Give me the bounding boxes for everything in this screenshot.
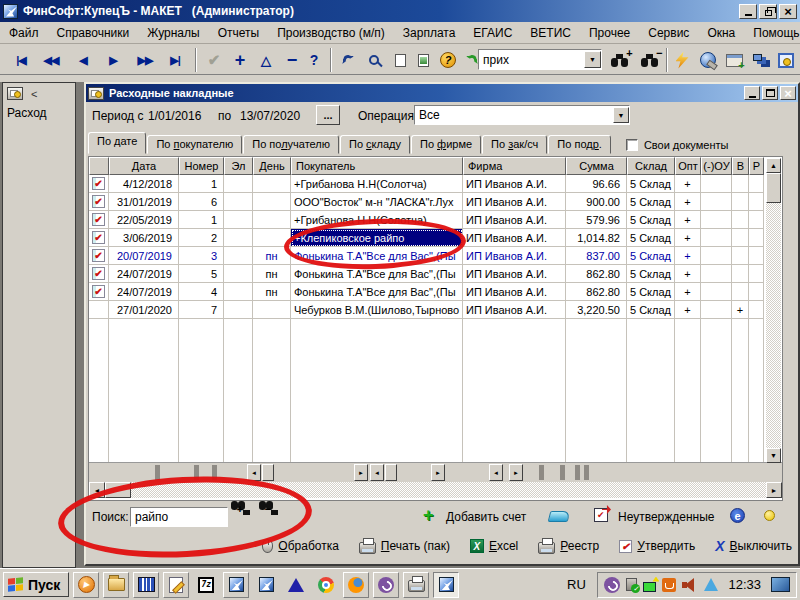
cell-r[interactable] (749, 193, 764, 211)
folder-icon[interactable] (103, 572, 129, 598)
restore-button[interactable] (759, 4, 777, 19)
cell-ou[interactable] (701, 229, 732, 247)
cell-firm[interactable]: ИП Иванов А.И. (463, 175, 566, 193)
cell-opt[interactable]: + (675, 193, 701, 211)
firefox-icon[interactable] (343, 572, 369, 598)
cell-buyer[interactable]: Фонькина Т.А"Все для Вас",(Пы (291, 265, 463, 283)
cell-store[interactable]: 5 Склад (627, 193, 675, 211)
cell-sum[interactable]: 900.00 (566, 193, 627, 211)
unapproved-doc-icon[interactable] (594, 508, 608, 522)
cell-day[interactable] (253, 229, 291, 247)
cell-store[interactable]: 5 Склад (627, 211, 675, 229)
cell-opt[interactable]: + (675, 175, 701, 193)
header-number[interactable]: Номер (179, 157, 224, 175)
minimize-button[interactable] (739, 4, 757, 19)
menu-item-help[interactable]: Помощь (744, 23, 800, 43)
nav-prev-button[interactable]: ◀ (70, 48, 96, 72)
menu-item-journals[interactable]: Журналы (138, 23, 208, 43)
scroll-right-icon[interactable]: ► (766, 482, 782, 498)
cell-r[interactable] (749, 229, 764, 247)
unapproved-link[interactable]: Неутвержденные (618, 510, 715, 524)
add-invoice-icon[interactable]: + (423, 508, 434, 522)
table-row[interactable]: 4/12/2018 1 +Грибанова Н.Н(Солотча) ИП И… (89, 175, 782, 193)
menu-item-other[interactable]: Прочее (580, 23, 639, 43)
finsoft-app-icon[interactable] (253, 572, 279, 598)
process-button[interactable]: Обработка (262, 539, 339, 553)
header-icon-col[interactable] (89, 157, 109, 175)
own-documents-checkbox[interactable] (626, 139, 638, 151)
cell-el[interactable] (224, 301, 253, 319)
keyboard-help-icon[interactable] (774, 48, 798, 72)
minimize-button[interactable] (744, 86, 760, 100)
cell-number[interactable]: 4 (179, 283, 224, 301)
cell-store[interactable]: 5 Склад (627, 265, 675, 283)
cell-v[interactable] (732, 283, 749, 301)
help-question-button[interactable]: ? (304, 48, 324, 72)
gpu-tray-icon[interactable] (704, 578, 718, 591)
header-opt[interactable]: Опт (675, 157, 701, 175)
menu-item-reports[interactable]: Отчеты (209, 23, 268, 43)
cell-date[interactable]: 24/07/2019 (109, 265, 179, 283)
collapse-panel-icon[interactable] (31, 88, 37, 100)
operation-combobox[interactable]: Все (414, 105, 630, 125)
cell-ou[interactable] (701, 265, 732, 283)
header-date[interactable]: Дата (109, 157, 179, 175)
print-pack-button[interactable]: Печать (пак) (359, 539, 450, 554)
7zip-icon[interactable] (193, 572, 219, 598)
scroll-thumb[interactable] (385, 464, 397, 481)
header-el[interactable]: Эл (224, 157, 253, 175)
excel-button[interactable]: Excel (470, 539, 518, 553)
cell-opt[interactable]: + (675, 247, 701, 265)
nav-next-button[interactable]: ▶ (100, 48, 126, 72)
language-indicator[interactable]: RU (559, 577, 593, 592)
vertical-scrollbar[interactable]: ▲ ▼ (766, 158, 781, 463)
search-icon[interactable] (362, 48, 386, 72)
table-row[interactable]: 31/01/2019 6 ООО"Восток" м-н "ЛАСКА"г.Лу… (89, 193, 782, 211)
cell-ou[interactable] (701, 175, 732, 193)
period-from-value[interactable]: 1/01/2016 (148, 109, 201, 123)
cell-el[interactable] (224, 193, 253, 211)
cell-firm[interactable]: ИП Иванов А.И. (463, 301, 566, 319)
cell-store[interactable]: 5 Склад (627, 175, 675, 193)
cell-opt[interactable]: + (675, 283, 701, 301)
delphi-icon[interactable] (283, 572, 309, 598)
status-indicator-icon[interactable] (764, 510, 775, 521)
cell-buyer[interactable]: ООО"Восток" м-н "ЛАСКА"г.Лух (291, 193, 463, 211)
cell-el[interactable] (224, 283, 253, 301)
cell-v[interactable] (732, 265, 749, 283)
cell-day[interactable] (253, 301, 291, 319)
cell-day[interactable]: пн (253, 283, 291, 301)
cell-store[interactable]: 5 Склад (627, 301, 675, 319)
tab-by-receiver[interactable]: По получателю (243, 135, 339, 154)
usb-tray-icon[interactable] (626, 578, 637, 591)
tab-by-buyer[interactable]: По покупателю (147, 135, 242, 154)
cell-date[interactable]: 3/06/2019 (109, 229, 179, 247)
header-sum[interactable]: Сумма (566, 157, 627, 175)
cell-v[interactable] (732, 175, 749, 193)
cell-ou[interactable] (701, 301, 732, 319)
close-button[interactable] (779, 4, 797, 19)
chevron-down-icon[interactable] (613, 107, 629, 123)
network-tray-icon[interactable] (643, 582, 656, 592)
cell-el[interactable] (224, 247, 253, 265)
cell-sum[interactable]: 837.00 (566, 247, 627, 265)
period-picker-button[interactable]: ... (316, 105, 340, 125)
approve-button[interactable]: Утвердить (619, 539, 695, 553)
clock[interactable]: 12:33 (724, 577, 765, 592)
cell-date[interactable]: 4/12/2018 (109, 175, 179, 193)
delete-record-button[interactable]: − (280, 48, 304, 72)
table-row[interactable]: 20/07/2019 3 пн Фонькина Т.А"Все для Вас… (89, 247, 782, 265)
cell-day[interactable]: пн (253, 247, 291, 265)
chevron-down-icon[interactable] (584, 51, 601, 68)
finsoft-active-window-button[interactable] (433, 572, 459, 598)
cell-firm[interactable]: ИП Иванов А.И. (463, 229, 566, 247)
scroll-left-icon[interactable]: ◄ (370, 464, 384, 481)
table-row[interactable]: 27/01/2020 7 Чебурков В.М.(Шилово,Тырнов… (89, 301, 782, 319)
cell-opt[interactable]: + (675, 229, 701, 247)
notepad-icon[interactable] (163, 572, 189, 598)
cell-r[interactable] (749, 301, 764, 319)
nav-prev-fast-button[interactable]: ◀◀ (36, 48, 66, 72)
cell-v[interactable] (732, 229, 749, 247)
menu-item-file[interactable]: Файл (0, 23, 48, 43)
cell-r[interactable] (749, 283, 764, 301)
